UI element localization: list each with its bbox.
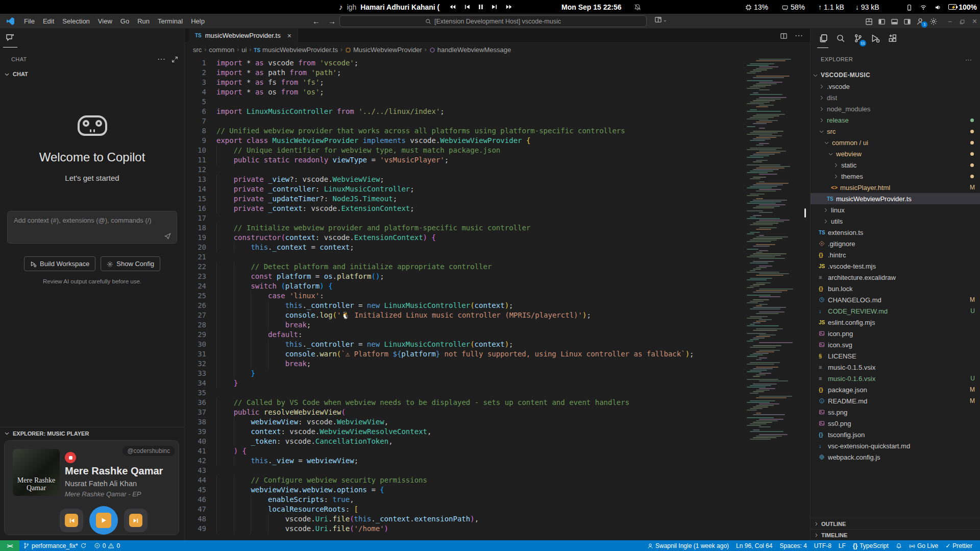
code-line-32[interactable]: 32break; <box>185 359 810 369</box>
line-number[interactable]: 19 <box>185 233 210 243</box>
next-track-icon[interactable] <box>491 4 498 10</box>
code-line-48[interactable]: 48vscode.Uri.file(this._context.extensio… <box>185 514 810 524</box>
code-editor[interactable]: 1import * as vscode from 'vscode';2impor… <box>185 56 810 540</box>
code-line-9[interactable]: 9export class MusicWebviewProvider imple… <box>185 136 810 146</box>
line-number[interactable]: 32 <box>185 359 210 369</box>
fast-forward-icon[interactable] <box>505 4 513 10</box>
code-line-33[interactable]: 33} <box>185 369 810 378</box>
minimize-icon[interactable]: – <box>948 17 951 25</box>
command-center[interactable]: [Extension Development Host] vscode-musi… <box>339 15 647 27</box>
line-number[interactable]: 10 <box>185 146 210 155</box>
tree-item-vscode-music[interactable]: VSCODE-MUSIC <box>811 69 980 81</box>
code-line-39[interactable]: 39context: vscode.WebviewViewResolveCont… <box>185 427 810 437</box>
code-line-20[interactable]: 20this._context = context; <box>185 243 810 252</box>
code-line-41[interactable]: 41) { <box>185 446 810 456</box>
line-number[interactable]: 22 <box>185 262 210 272</box>
tab-musicwebviewprovider[interactable]: TS musicWebviewProvider.ts × <box>189 29 298 43</box>
line-number[interactable]: 7 <box>185 116 210 126</box>
code-line-4[interactable]: 4import * as os from 'os'; <box>185 87 810 97</box>
line-number[interactable]: 44 <box>185 475 210 485</box>
code-line-5[interactable]: 5 <box>185 97 810 107</box>
tree-item-linux[interactable]: linux <box>811 204 980 215</box>
line-number[interactable]: 31 <box>185 349 210 359</box>
line-number[interactable]: 33 <box>185 369 210 378</box>
account-icon[interactable]: 1 <box>916 17 924 26</box>
notifications-muted-icon[interactable] <box>634 0 641 14</box>
code-line-45[interactable]: 45webviewView.webview.options = { <box>185 485 810 495</box>
line-number[interactable]: 23 <box>185 272 210 281</box>
code-line-35[interactable]: 35 <box>185 388 810 398</box>
tree-item-webview[interactable]: webview <box>811 148 980 159</box>
next-track-button[interactable] <box>124 509 148 532</box>
close-tab-icon[interactable]: × <box>287 32 291 40</box>
code-line-25[interactable]: 25case 'linux': <box>185 291 810 301</box>
volume-icon[interactable] <box>934 3 941 11</box>
line-number[interactable]: 21 <box>185 252 210 262</box>
code-line-19[interactable]: 19constructor(context: vscode.ExtensionC… <box>185 233 810 243</box>
chat-sparkle-icon[interactable] <box>5 33 15 43</box>
line-number[interactable]: 17 <box>185 213 210 223</box>
tree-item-musicwebviewprovider.ts[interactable]: TSmusicWebviewProvider.ts <box>811 193 980 204</box>
tree-item-node-modules[interactable]: node_modules <box>811 103 980 114</box>
status-go-live[interactable]: Go Live <box>905 540 942 551</box>
line-number[interactable]: 49 <box>185 524 210 534</box>
timeline-section[interactable]: TIMELINE <box>811 529 980 540</box>
rewind-icon[interactable] <box>449 4 456 10</box>
line-number[interactable]: 24 <box>185 281 210 291</box>
tree-item-icon.png[interactable]: icon.png <box>811 328 980 339</box>
line-number[interactable]: 38 <box>185 417 210 427</box>
line-number[interactable]: 12 <box>185 165 210 175</box>
show-config-button[interactable]: Show Config <box>101 256 160 271</box>
code-line-11[interactable]: 11public static readonly viewType = 'vsM… <box>185 155 810 165</box>
tree-item-src[interactable]: src <box>811 126 980 137</box>
menu-view[interactable]: View <box>94 16 116 27</box>
code-line-44[interactable]: 44// Configure webview security permissi… <box>185 475 810 485</box>
breadcrumb-item[interactable]: MusicWebviewProvider <box>345 46 422 54</box>
tree-item-readme.md[interactable]: README.mdM <box>811 395 980 406</box>
code-line-31[interactable]: 31console.warn(`⚠ Platform ${platform} n… <box>185 349 810 359</box>
tree-item-vsc-extension-quickstart.md[interactable]: ↓vsc-extension-quickstart.md <box>811 440 980 451</box>
line-number[interactable]: 16 <box>185 204 210 213</box>
tree-item-eslint.config.mjs[interactable]: JSeslint.config.mjs <box>811 317 980 328</box>
tree-item-icon.svg[interactable]: icon.svg <box>811 339 980 350</box>
code-line-34[interactable]: 34} <box>185 378 810 388</box>
tree-item-static[interactable]: static <box>811 159 980 171</box>
tree-item-.vscode[interactable]: .vscode <box>811 81 980 92</box>
breadcrumb-item[interactable]: ui <box>241 46 247 54</box>
code-line-7[interactable]: 7 <box>185 116 810 126</box>
close-window-icon[interactable]: × <box>972 17 977 26</box>
menu-run[interactable]: Run <box>133 16 154 27</box>
tree-item-.vscode-test.mjs[interactable]: JS.vscode-test.mjs <box>811 260 980 272</box>
tree-item-extension.ts[interactable]: TSextension.ts <box>811 227 980 238</box>
pause-icon[interactable] <box>478 4 484 10</box>
line-number[interactable]: 27 <box>185 310 210 320</box>
code-line-12[interactable]: 12 <box>185 165 810 175</box>
code-line-8[interactable]: 8// Unified webview provider that works … <box>185 126 810 136</box>
code-line-29[interactable]: 29default: <box>185 330 810 340</box>
line-number[interactable]: 37 <box>185 408 210 417</box>
line-number[interactable]: 3 <box>185 78 210 87</box>
minimap[interactable] <box>747 57 789 461</box>
status-swapnil-ingle-1-week-ago-[interactable]: Swapnil Ingle (1 week ago) <box>644 540 732 551</box>
line-number[interactable]: 26 <box>185 301 210 310</box>
customize-layout-icon[interactable] <box>865 17 873 25</box>
menu-go[interactable]: Go <box>116 16 133 27</box>
menu-edit[interactable]: Edit <box>39 16 58 27</box>
code-line-15[interactable]: 15private _updateTimer?: NodeJS.Timeout; <box>185 194 810 204</box>
code-line-46[interactable]: 46enableScripts: true, <box>185 495 810 505</box>
search-icon[interactable] <box>836 34 845 44</box>
tree-item-release[interactable]: release <box>811 114 980 126</box>
tree-item-dist[interactable]: dist <box>811 92 980 103</box>
code-line-22[interactable]: 22// Detect platform and initialize appr… <box>185 262 810 272</box>
tree-item-bun.lock[interactable]: {}bun.lock <box>811 283 980 294</box>
code-line-28[interactable]: 28break; <box>185 320 810 330</box>
breadcrumb-item[interactable]: TSmusicWebviewProvider.ts <box>254 46 338 54</box>
tree-item-webpack.config.js[interactable]: webpack.config.js <box>811 451 980 463</box>
status-prettier[interactable]: ✓Prettier <box>942 540 976 551</box>
send-icon[interactable] <box>164 232 172 240</box>
git-branch-item[interactable]: performance_fix* <box>19 540 90 551</box>
build-workspace-button[interactable]: Build Workspace <box>24 256 95 271</box>
code-line-16[interactable]: 16private _context: vscode.ExtensionCont… <box>185 204 810 213</box>
code-line-26[interactable]: 26this._controller = new LinuxMusicContr… <box>185 301 810 310</box>
code-line-24[interactable]: 24switch (platform) { <box>185 281 810 291</box>
